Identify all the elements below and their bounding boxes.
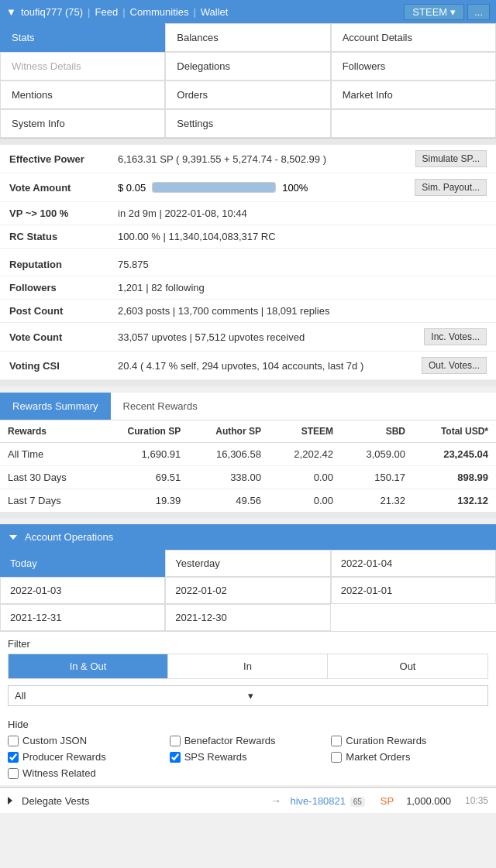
checkbox-market-orders-label: Market Orders xyxy=(346,751,410,763)
menu-orders[interactable]: Orders xyxy=(165,81,330,109)
row-curation-alltime: 1,690.91 xyxy=(98,443,188,466)
more-button[interactable]: ... xyxy=(467,4,490,20)
expand-icon xyxy=(8,797,12,805)
checkbox-witness-related-input[interactable] xyxy=(8,768,19,779)
communities-link[interactable]: Communities xyxy=(130,6,189,18)
checkbox-market-orders[interactable]: Market Orders xyxy=(331,751,488,763)
filter-tab-in-out[interactable]: In & Out xyxy=(9,654,168,678)
date-2022-01-02[interactable]: 2022-01-02 xyxy=(165,577,330,604)
tab-recent-rewards[interactable]: Recent Rewards xyxy=(111,393,210,420)
op-type: SP xyxy=(381,795,394,807)
op-amount: 1,000.000 xyxy=(406,795,451,807)
stat-value-effective-power: 6,163.31 SP ( 9,391.55 + 5,274.74 - 8,50… xyxy=(118,153,415,165)
checkbox-curation-rewards[interactable]: Curation Rewards xyxy=(331,735,488,746)
triangle-icon: ▼ xyxy=(6,6,16,18)
ops-header[interactable]: Account Operations xyxy=(0,524,496,550)
table-row: Last 7 Days 19.39 49.56 0.00 21.32 132.1… xyxy=(0,489,496,513)
checkbox-curation-rewards-label: Curation Rewards xyxy=(346,735,426,746)
stat-voting-csi: Voting CSI 20.4 ( 4.17 % self, 294 upvot… xyxy=(0,352,496,380)
menu-system-info[interactable]: System Info xyxy=(0,109,165,138)
menu-stats[interactable]: Stats xyxy=(0,23,165,52)
checkbox-market-orders-input[interactable] xyxy=(331,752,342,763)
row-steem-alltime: 2,202.42 xyxy=(269,443,341,466)
date-2022-01-01[interactable]: 2022-01-01 xyxy=(331,577,496,604)
stats-section: Effective Power 6,163.31 SP ( 9,391.55 +… xyxy=(0,145,496,380)
username-link[interactable]: toufiq777 (75) xyxy=(21,6,83,18)
vote-bar xyxy=(152,182,276,193)
menu-mentions[interactable]: Mentions xyxy=(0,81,165,109)
table-row: All Time 1,690.91 16,306.58 2,202.42 3,0… xyxy=(0,443,496,466)
rewards-header: Rewards Summary Recent Rewards xyxy=(0,393,496,420)
checkbox-curation-rewards-input[interactable] xyxy=(331,736,342,746)
checkbox-sps-rewards-label: SPS Rewards xyxy=(184,751,247,763)
stat-reputation: Reputation 75.875 xyxy=(0,253,496,276)
top-navigation: ▼ toufiq777 (75) | Feed | Communities | … xyxy=(0,0,496,23)
row-total-alltime: 23,245.04 xyxy=(413,443,496,466)
menu-witness-details[interactable]: Witness Details xyxy=(0,52,165,81)
inc-votes-button[interactable]: Inc. Votes... xyxy=(424,328,487,345)
menu-settings[interactable]: Settings xyxy=(165,109,330,138)
stat-vp: VP ~> 100 % in 2d 9m | 2022-01-08, 10:44 xyxy=(0,202,496,225)
checkbox-benefactor-rewards[interactable]: Benefactor Rewards xyxy=(170,735,327,746)
filter-tab-out[interactable]: Out xyxy=(328,654,487,678)
out-votes-button[interactable]: Out. Votes... xyxy=(422,357,487,374)
stat-value-vp: in 2d 9m | 2022-01-08, 10:44 xyxy=(118,208,487,219)
checkbox-benefactor-rewards-input[interactable] xyxy=(170,736,181,746)
row-sbd-7days: 21.32 xyxy=(341,489,413,513)
date-2021-12-30[interactable]: 2021-12-30 xyxy=(165,604,330,631)
wallet-link[interactable]: Wallet xyxy=(201,6,229,18)
stat-label-post-count: Post Count xyxy=(9,305,118,317)
stat-label-rc: RC Status xyxy=(9,231,118,242)
checkbox-witness-related[interactable]: Witness Related xyxy=(8,767,165,779)
stat-value-rc: 100.00 % | 11,340,104,083,317 RC xyxy=(118,231,487,242)
stat-followers: Followers 1,201 | 82 following xyxy=(0,276,496,300)
date-2022-01-03[interactable]: 2022-01-03 xyxy=(0,577,165,604)
stat-value-followers: 1,201 | 82 following xyxy=(118,282,487,293)
row-label-alltime: All Time xyxy=(0,443,98,466)
menu-followers[interactable]: Followers xyxy=(331,52,496,81)
menu-account-details[interactable]: Account Details xyxy=(331,23,496,52)
stat-vote-amount: Vote Amount $ 0.05 100% Sim. Payout... xyxy=(0,173,496,202)
col-sbd: SBD xyxy=(341,420,413,443)
date-2022-01-04[interactable]: 2022-01-04 xyxy=(331,550,496,577)
row-curation-30days: 69.51 xyxy=(98,466,188,489)
vote-bar-fill xyxy=(153,183,275,192)
checkbox-custom-json-input[interactable] xyxy=(8,736,19,746)
menu-delegations[interactable]: Delegations xyxy=(165,52,330,81)
filter-tab-in[interactable]: In xyxy=(168,654,328,678)
op-name: Delegate Vests xyxy=(22,795,258,807)
simulate-sp-button[interactable]: Simulate SP... xyxy=(415,150,487,167)
stat-label-reputation: Reputation xyxy=(9,259,118,270)
op-time: 10:35 xyxy=(465,795,488,806)
checkbox-producer-rewards-label: Producer Rewards xyxy=(22,751,106,763)
checkbox-producer-rewards-input[interactable] xyxy=(8,752,19,763)
checkbox-custom-json[interactable]: Custom JSON xyxy=(8,735,165,746)
stat-label-voting-csi: Voting CSI xyxy=(9,360,118,372)
date-yesterday[interactable]: Yesterday xyxy=(165,550,330,577)
stat-label-vote-count: Vote Count xyxy=(9,331,118,343)
all-dropdown[interactable]: All ▾ xyxy=(8,685,488,706)
row-author-30days: 338.00 xyxy=(188,466,269,489)
steem-button[interactable]: STEEM ▾ xyxy=(404,4,464,20)
col-steem: STEEM xyxy=(269,420,341,443)
checkbox-grid: Custom JSON Benefactor Rewards Curation … xyxy=(8,735,488,779)
tab-rewards-summary[interactable]: Rewards Summary xyxy=(0,393,111,420)
feed-link[interactable]: Feed xyxy=(95,6,119,18)
menu-balances[interactable]: Balances xyxy=(165,23,330,52)
arrow-icon: → xyxy=(270,794,281,807)
checkbox-sps-rewards[interactable]: SPS Rewards xyxy=(170,751,327,763)
menu-market-info[interactable]: Market Info xyxy=(331,81,496,109)
stat-value-vote-count: 33,057 upvotes | 57,512 upvotes received xyxy=(118,331,424,343)
op-link[interactable]: hive-180821 xyxy=(290,795,346,807)
op-badge: 65 xyxy=(350,797,365,807)
checkbox-witness-related-label: Witness Related xyxy=(22,767,96,779)
stat-vote-count: Vote Count 33,057 upvotes | 57,512 upvot… xyxy=(0,323,496,352)
date-2021-12-31[interactable]: 2021-12-31 xyxy=(0,604,165,631)
sim-payout-button[interactable]: Sim. Payout... xyxy=(415,179,487,196)
date-today[interactable]: Today xyxy=(0,550,165,577)
checkbox-sps-rewards-input[interactable] xyxy=(170,752,181,763)
checkbox-custom-json-label: Custom JSON xyxy=(22,735,87,746)
divider2 xyxy=(0,380,496,386)
checkbox-producer-rewards[interactable]: Producer Rewards xyxy=(8,751,165,763)
stat-post-count: Post Count 2,603 posts | 13,700 comments… xyxy=(0,300,496,323)
